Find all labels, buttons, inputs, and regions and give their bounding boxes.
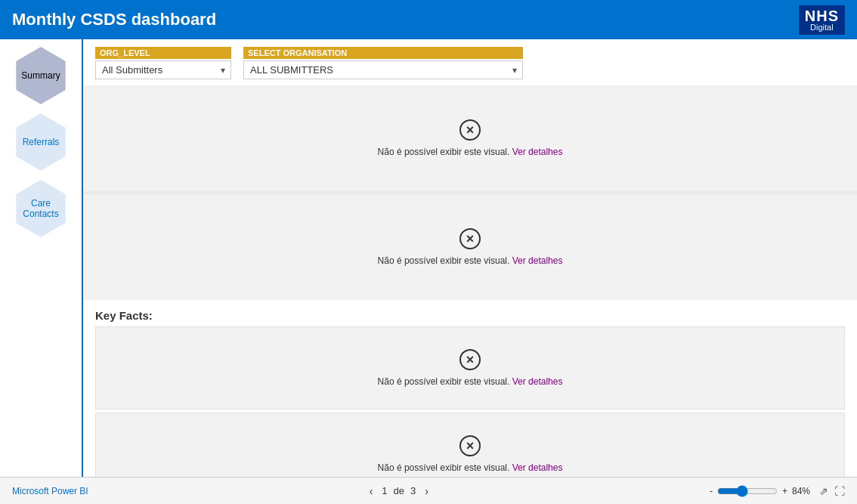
nhs-logo: NHS Digital [799,5,845,35]
org-level-label: ORG_LEVEL [95,47,231,59]
page-separator: de [394,485,404,496]
zoom-minus: - [710,486,713,496]
select-org-select-wrap: ALL SUBMITTERS ▾ [243,60,523,79]
sidebar-item-referrals[interactable]: Referrals [12,113,70,171]
footer-right: - + 84% ⇗ ⛶ [710,485,845,497]
sidebar-item-summary[interactable]: Summary [12,47,70,104]
kf-error-text-2: Não é possível exibir este visual. Ver d… [378,462,563,473]
kf-error-link-1[interactable]: Ver detalhes [512,376,563,387]
key-facts-panels: Não é possível exibir este visual. Ver d… [95,326,845,477]
next-page-button[interactable]: › [422,485,432,497]
key-facts-panel-2: Não é possível exibir este visual. Ver d… [95,413,845,477]
zoom-value: 84% [792,486,810,496]
sidebar-item-care-contacts[interactable]: CareContacts [12,180,70,237]
sidebar: Summary Referrals CareContacts [0,39,83,477]
error-text-2: Não é possível exibir este visual. Ver d… [378,255,563,266]
filter-bar: ORG_LEVEL All Submitters ▾ Select Organi… [83,39,857,85]
error-link-2[interactable]: Ver detalhes [512,255,563,266]
key-facts-panel-1: Não é possível exibir este visual. Ver d… [95,326,845,410]
footer: Microsoft Power BI ‹ 1 de 3 › - + 84% ⇗ … [0,477,857,504]
powerbi-link[interactable]: Microsoft Power BI [12,486,88,496]
error-icon-2 [459,228,481,249]
org-level-select-wrap: All Submitters ▾ [95,60,231,79]
error-link-1[interactable]: Ver detalhes [512,147,563,157]
page-title: Monthly CSDS dashboard [12,10,216,29]
org-level-filter-group: ORG_LEVEL All Submitters ▾ [95,47,231,79]
error-text-1: Não é possível exibir este visual. Ver d… [378,147,563,157]
key-facts-title: Key Facts: [95,309,845,322]
visual-panel-2: Não é possível exibir este visual. Ver d… [83,194,857,300]
visual-panel-1: Não é possível exibir este visual. Ver d… [83,85,857,191]
zoom-control: - + 84% [710,485,810,497]
kf-error-icon-2 [459,435,481,456]
select-org-select[interactable]: ALL SUBMITTERS [243,60,523,79]
top-panels: Não é possível exibir este visual. Ver d… [83,85,857,300]
digital-label: Digital [810,23,834,32]
select-org-filter-group: Select Organisation ALL SUBMITTERS ▾ [243,47,523,79]
zoom-plus: + [782,486,787,496]
kf-error-link-2[interactable]: Ver detalhes [512,462,563,473]
fullscreen-icon[interactable]: ⛶ [834,485,845,497]
zoom-slider[interactable] [717,485,778,497]
page-current: 1 [382,485,387,496]
kf-error-text-1: Não é possível exibir este visual. Ver d… [378,376,563,387]
sidebar-item-referrals-label: Referrals [23,137,60,147]
prev-page-button[interactable]: ‹ [367,485,376,497]
key-facts-section: Key Facts: Não é possível exibir este vi… [83,303,857,477]
content-area: ORG_LEVEL All Submitters ▾ Select Organi… [83,39,857,477]
share-icon[interactable]: ⇗ [819,485,828,497]
page-total: 3 [410,485,416,496]
footer-action-icons: ⇗ ⛶ [819,485,845,497]
nhs-label: NHS [805,8,839,23]
header: Monthly CSDS dashboard NHS Digital [0,0,857,39]
kf-error-icon-1 [459,349,481,370]
error-icon-1 [459,119,481,141]
sidebar-item-care-contacts-label: CareContacts [23,198,58,220]
pagination: ‹ 1 de 3 › [367,485,432,497]
sidebar-item-summary-label: Summary [21,70,60,81]
main-area: Summary Referrals CareContacts ORG_LEVEL… [0,39,857,477]
org-level-select[interactable]: All Submitters [95,60,231,79]
select-org-label: Select Organisation [243,47,523,59]
